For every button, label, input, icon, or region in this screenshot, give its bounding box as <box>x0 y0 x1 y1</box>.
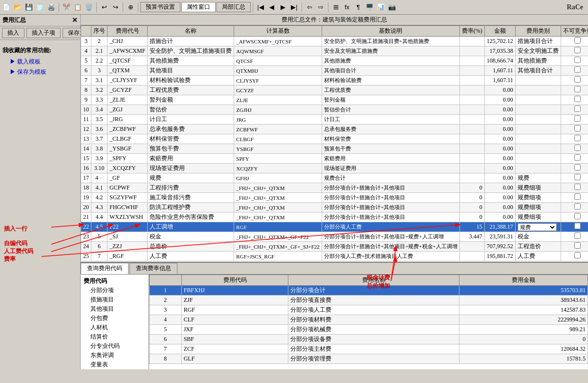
prev-button[interactable]: ◀ <box>266 2 277 13</box>
check-input[interactable] <box>574 37 581 43</box>
tree-item[interactable]: 分部分项 <box>83 286 147 295</box>
cell-code[interactable]: SGZYFWF <box>108 193 148 203</box>
cell-code[interactable]: _JRG <box>108 115 148 125</box>
cell-check[interactable] <box>561 66 588 76</box>
cell-check[interactable] <box>561 125 588 134</box>
cell-check[interactable] <box>561 46 588 56</box>
cell-code[interactable]: _SJ <box>108 232 148 242</box>
cell-code[interactable]: _QTCSF <box>108 56 148 66</box>
cell-check[interactable] <box>561 203 588 213</box>
cell-check[interactable] <box>561 134 588 144</box>
cell-check[interactable] <box>561 85 588 95</box>
check-input[interactable] <box>574 96 581 102</box>
table-row[interactable]: 18 4.1 GCPWF 工程排污费 _FHJ+_CHJ+_QTXM 分部分项合… <box>81 183 588 193</box>
table-row[interactable]: 6 3 _QTXM 其他项目 QTXMHJ 其他项目合计 1,607.11 其他… <box>81 66 588 76</box>
misc-btn6[interactable]: 📷 <box>387 2 397 13</box>
cell-check[interactable] <box>561 95 588 105</box>
tab-query-rate[interactable]: 查询费率信息 <box>130 263 177 274</box>
more-btn1[interactable]: ⇦ <box>304 2 315 13</box>
cell-check[interactable] <box>561 154 588 164</box>
tree-item[interactable]: 分包费 <box>83 314 147 323</box>
bottom-table-row[interactable]: 1 FBFXHJ 分部分项合计 535703.81 <box>150 286 588 296</box>
save-template-link[interactable]: 保存为模板 <box>2 67 78 77</box>
cell-check[interactable] <box>561 105 588 115</box>
tree-item[interactable]: 其他项目 <box>83 304 147 314</box>
cell-code[interactable]: FHGCWHF <box>108 203 148 213</box>
tree-item[interactable]: 人材机 <box>83 323 147 332</box>
table-row[interactable]: 5 2.2 _QTCSF 其他措施费 QTCSF 其他措施费 108,666.7… <box>81 56 588 66</box>
table-row[interactable]: 8 3.2 _GCYZF 工程优质费 GCYZF 工程优质费 0.00 <box>81 85 588 95</box>
misc-btn2[interactable]: fx <box>342 2 352 13</box>
cell-check[interactable] <box>561 164 588 173</box>
cell-code[interactable]: _GF <box>108 173 148 183</box>
cell-check[interactable] <box>561 173 588 183</box>
check-input[interactable] <box>574 145 581 151</box>
table-row[interactable]: 4 2.1 _AFWSCXMF 安全防护、文明施工措施项目费 AQWMSGF 安… <box>81 46 588 56</box>
check-input[interactable] <box>574 242 581 249</box>
cell-code[interactable]: _ZLJE <box>108 95 148 105</box>
bottom-table-row[interactable]: 7 ZCF 分部分项主材费 120684.32 <box>150 344 588 354</box>
print-button[interactable]: 🖨️ <box>46 2 57 13</box>
cell-code[interactable]: _GCYZF <box>108 85 148 95</box>
check-input[interactable] <box>574 125 581 131</box>
check-input[interactable] <box>574 193 581 200</box>
check-input[interactable] <box>574 213 581 219</box>
budget-settings-button[interactable]: 预算书设置 <box>140 2 180 12</box>
tab-query-code[interactable]: 查询费用代码 <box>81 263 129 274</box>
insert-child-button[interactable]: 插入子项 <box>26 28 61 38</box>
props-window-button[interactable]: 属性窗口 <box>181 2 216 12</box>
undo-button[interactable]: ↩ <box>99 2 109 13</box>
cell-check[interactable] <box>561 76 588 85</box>
check-input[interactable] <box>574 76 581 83</box>
cell-code[interactable]: _CLBGF <box>108 134 148 144</box>
table-row[interactable]: 3 2 _CHJ 措施合计 _AFWSCXMF+_QTCSF 安全防护、文明施工… <box>81 37 588 46</box>
cell-code[interactable]: GCPWF <box>108 183 148 193</box>
misc-btn5[interactable]: 📊 <box>375 2 386 13</box>
table-row[interactable]: 15 3.9 _SPFY 索赔费用 SPFY 索赔费用 0.00 <box>81 154 588 164</box>
check-input[interactable] <box>574 135 581 141</box>
table-row[interactable]: 16 3.10 _XCQZFY 现场签证费用 XCQZFY 现场签证费用 0.0… <box>81 164 588 173</box>
check-input[interactable] <box>574 164 581 170</box>
cell-check[interactable] <box>561 144 588 154</box>
table-row[interactable]: 25 7 _RGF 人工费 RGF+JSCS_RGF 分部分项人工费+技术措施项… <box>81 252 588 261</box>
table-row[interactable]: 21 4.4 WXZLYWSH 危险作业意外伤害保险费 _FHJ+_CHJ+_Q… <box>81 213 588 222</box>
bottom-table-row[interactable]: 3 RGF 分部分项人工费 142587.83 <box>150 305 588 315</box>
check-input[interactable] <box>574 174 581 180</box>
table-row[interactable]: 22 4.5 F22 人工调增 RGF 分部分项人工费 15 21,388.17… <box>81 222 588 232</box>
cell-code[interactable]: _QTXM <box>108 66 148 76</box>
next-button[interactable]: ▶ <box>278 2 288 13</box>
tree-item[interactable]: 结算价 <box>83 332 147 341</box>
table-row[interactable]: 10 3.4 _ZGJ 暂估价 ZGJHJ 暂估价合计 0.00 <box>81 105 588 115</box>
cell-check[interactable] <box>561 242 588 252</box>
open-button[interactable]: 📂 <box>12 2 23 13</box>
cell-type[interactable]: 规费 <box>515 222 561 232</box>
type-select[interactable]: 规费 <box>518 223 557 231</box>
cell-code[interactable]: _XCQZFY <box>108 164 148 173</box>
new-button[interactable]: 📄 <box>1 2 12 13</box>
check-input[interactable] <box>574 223 581 229</box>
misc-btn1[interactable]: ⊞ <box>330 2 341 13</box>
action-btn1[interactable]: ⊕ <box>125 2 136 13</box>
table-row[interactable]: 13 3.7 _CLBGF 材料保管费 CLBGF 材料保管费 0.00 <box>81 134 588 144</box>
check-input[interactable] <box>574 203 581 210</box>
cell-code[interactable]: _CHJ <box>108 37 148 46</box>
cell-check[interactable] <box>561 232 588 242</box>
load-template-link[interactable]: 载入模板 <box>2 57 78 67</box>
table-row[interactable]: 7 3.1 _CLJYSYF 材料检验试验费 CLJYSYF 材料检验试验费 1… <box>81 76 588 85</box>
table-row[interactable]: 20 4.3 FHGCWHF 防洪工程维护费 _FHJ+_CHJ+_QTXM 分… <box>81 203 588 213</box>
redo-button[interactable]: ↪ <box>110 2 121 13</box>
cell-code[interactable]: _ZCBFWF <box>108 125 148 134</box>
cell-code[interactable]: _SPFY <box>108 154 148 164</box>
misc-btn3[interactable]: ¶ <box>353 2 364 13</box>
tree-item[interactable]: 分专业代码 <box>83 341 147 351</box>
main-table-area[interactable]: 序号 费用代号 名称 计算基数 基数说明 费率(%) 金额 费用类别 不可竞争费 <box>81 25 588 262</box>
cell-code[interactable]: _ZGJ <box>108 105 148 115</box>
check-input[interactable] <box>574 47 581 53</box>
check-input[interactable] <box>574 57 581 63</box>
check-input[interactable] <box>574 184 581 190</box>
table-row[interactable]: 23 5 _SJ 税金 _FHJ+_CHJ+_QTXM+_GF+F22 分部分项… <box>81 232 588 242</box>
bottom-table-row[interactable]: 5 JXF 分部分项机械费 989.21 <box>150 325 588 335</box>
table-row[interactable]: 11 3.5 _JRG 计日工 JRG 计日工 0.00 <box>81 115 588 125</box>
save2-button[interactable]: 🗒️ <box>35 2 45 13</box>
last-button[interactable]: ▶| <box>289 2 300 13</box>
